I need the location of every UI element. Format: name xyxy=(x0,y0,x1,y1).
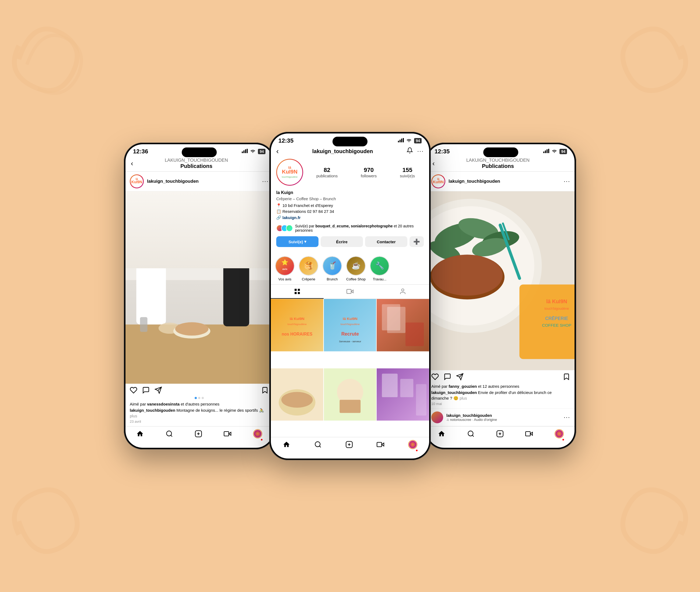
highlight-vos-avis[interactable]: ⭐ avis Vos avis xyxy=(275,256,294,281)
tab-reels[interactable] xyxy=(324,285,376,299)
search-button-right[interactable] xyxy=(467,430,475,439)
bookmark-icon-right[interactable] xyxy=(563,373,570,382)
tab-grid[interactable] xyxy=(271,285,324,299)
add-button-right[interactable] xyxy=(496,430,504,439)
heart-icon-left[interactable] xyxy=(130,386,137,396)
home-button-center[interactable] xyxy=(283,441,290,450)
profile-button-right[interactable] xyxy=(555,429,564,440)
more-left[interactable]: ··· xyxy=(262,178,269,185)
svg-rect-0 xyxy=(242,151,243,153)
bg-swirl-br xyxy=(587,467,695,587)
svg-text:nos HORAIRES: nos HORAIRES xyxy=(282,332,312,336)
svg-point-34 xyxy=(254,430,262,438)
stat-publications[interactable]: 82 publications xyxy=(316,166,338,178)
nav-username-right: LAKUIGN_TOUCHBIGOUDEN xyxy=(466,158,529,163)
profile-button-left[interactable] xyxy=(253,429,262,440)
status-icons-center: 94 xyxy=(398,138,422,144)
add-button-center[interactable] xyxy=(345,441,353,450)
message-button[interactable]: Écrire xyxy=(321,236,363,247)
red-dot-center xyxy=(416,449,418,451)
signal-icon-center xyxy=(398,138,404,144)
reels-button-center[interactable] xyxy=(377,441,384,450)
nav-title-right: Publications xyxy=(466,163,529,169)
highlight-circle-3: 🥤 xyxy=(323,256,342,276)
comment-icon-right[interactable] xyxy=(444,373,451,382)
profile-row-left: lā KuI9N lakuign_touchbigouden ··· xyxy=(126,172,273,191)
link-text[interactable]: lakuign.fr xyxy=(282,215,301,221)
bell-icon[interactable] xyxy=(407,147,413,155)
svg-rect-16 xyxy=(136,265,166,325)
reel-more[interactable]: ··· xyxy=(564,414,570,421)
tab-tagged[interactable] xyxy=(376,285,429,299)
add-person-button[interactable]: ➕ xyxy=(410,236,424,247)
comment-icon-left[interactable] xyxy=(142,386,150,396)
post-actions-right xyxy=(427,370,574,384)
svg-point-93 xyxy=(409,441,417,448)
reels-button-right[interactable] xyxy=(525,430,533,439)
stat-following[interactable]: 155 suivi(e)s xyxy=(400,166,415,178)
avatar-left[interactable]: lā KuI9N xyxy=(130,175,144,188)
share-icon-right[interactable] xyxy=(456,373,464,382)
back-center[interactable]: ‹ xyxy=(276,147,279,155)
bottom-nav-right xyxy=(427,426,574,448)
svg-rect-37 xyxy=(401,139,402,142)
profile-button-center[interactable] xyxy=(408,440,417,451)
avatar-right[interactable]: lā KuI9N xyxy=(431,175,445,188)
svg-rect-80 xyxy=(339,400,361,413)
more-center[interactable]: ··· xyxy=(417,148,424,155)
highlight-brunch[interactable]: 🥤 Brunch xyxy=(323,256,342,281)
highlight-travaux[interactable]: 🔧 Travau... xyxy=(370,256,389,281)
battery-left: 94 xyxy=(258,149,266,154)
post-date-right: 10 mai xyxy=(431,401,570,406)
home-button-right[interactable] xyxy=(438,430,445,439)
location-pin: 📍 xyxy=(276,203,281,209)
post-dots-left xyxy=(130,397,269,399)
bookmark-icon-left[interactable] xyxy=(261,386,269,396)
follow-button[interactable]: Suivi(e) ▾ xyxy=(276,236,319,247)
grid-cell-1[interactable]: lā KuI9N touch'bigoudène nos HORAIRES xyxy=(271,299,323,351)
svg-point-85 xyxy=(315,442,320,447)
home-button-left[interactable] xyxy=(136,430,144,439)
share-icon-left[interactable] xyxy=(154,386,162,396)
svg-text:KuI9N: KuI9N xyxy=(433,180,444,184)
search-button-left[interactable] xyxy=(166,430,173,439)
followed-avatars xyxy=(276,225,293,232)
svg-rect-35 xyxy=(398,141,399,142)
reels-button-left[interactable] xyxy=(224,430,231,439)
phone-right-screen: 12:35 94 ‹ LAKUIGN_TOUCHBIGOUDEN xyxy=(427,144,574,448)
profile-nav-center: ‹ lakuign_touchbigouden ··· xyxy=(271,146,429,155)
grid-cell-3[interactable] xyxy=(377,299,429,351)
grid-cell-2[interactable]: lā KuI9N touch'bigoudène Recrute Serveus… xyxy=(324,299,376,351)
highlight-circle-4: ☕ xyxy=(346,256,366,276)
avatar-center[interactable]: lā KuI9N touch'bigoudène xyxy=(276,159,303,186)
search-button-center[interactable] xyxy=(314,441,322,450)
svg-text:CRÊPERIE: CRÊPERIE xyxy=(545,316,568,321)
grid-cell-6[interactable] xyxy=(377,368,429,421)
wifi-icon-center xyxy=(406,138,412,144)
contact-button[interactable]: Contacter xyxy=(365,236,407,247)
stat-followers[interactable]: 970 followers xyxy=(361,166,377,178)
svg-text:Recrute: Recrute xyxy=(341,331,359,337)
highlight-creperie[interactable]: 🥞 Crêperie xyxy=(299,256,318,281)
username-left: lakuign_touchbigouden xyxy=(147,179,259,184)
svg-text:touch'bigoudène: touch'bigoudène xyxy=(544,307,569,310)
add-button-left[interactable] xyxy=(195,430,202,439)
highlight-circle-1: ⭐ avis xyxy=(275,256,294,276)
back-button-right[interactable]: ‹ xyxy=(432,159,435,168)
caption-text-left: lakuign_touchbigouden Montagne de kouign… xyxy=(130,407,269,419)
more-right[interactable]: ··· xyxy=(564,178,570,185)
heart-icon-right[interactable] xyxy=(431,373,439,382)
grid-cell-5[interactable] xyxy=(324,368,376,421)
phone-icon: 📋 xyxy=(276,208,281,215)
status-icons-right: 94 xyxy=(543,149,567,154)
reel-song: ♫ notoriouscree · Audio d'origine xyxy=(447,417,561,422)
highlight-circle-5: 🔧 xyxy=(370,256,389,276)
highlight-coffee-shop[interactable]: ☕ Coffee Shop xyxy=(346,256,366,281)
svg-rect-73 xyxy=(406,323,424,346)
grid-cell-4[interactable] xyxy=(271,368,323,421)
bg-swirl-bl xyxy=(5,467,113,587)
svg-text:lā KuI9N: lā KuI9N xyxy=(546,298,567,304)
back-button-left[interactable]: ‹ xyxy=(131,159,133,168)
nav-header-right: ‹ LAKUIGN_TOUCHBIGOUDEN Publications xyxy=(427,157,574,172)
svg-text:avis: avis xyxy=(282,267,287,270)
